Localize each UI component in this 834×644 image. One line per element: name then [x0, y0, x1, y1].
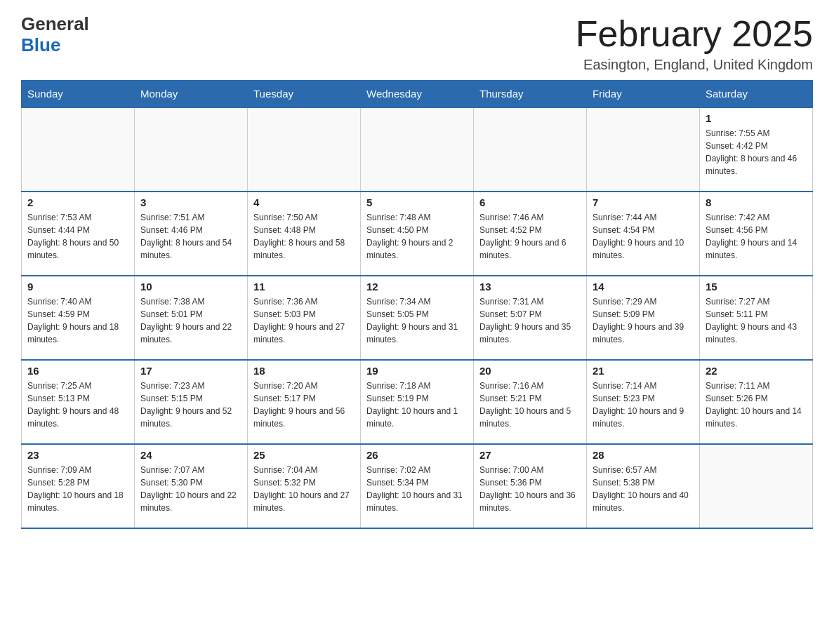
calendar-table: SundayMondayTuesdayWednesdayThursdayFrid… [21, 80, 813, 529]
day-info: Sunrise: 7:25 AMSunset: 5:13 PMDaylight:… [27, 380, 128, 430]
daylight-text: Daylight: 9 hours and 18 minutes. [27, 321, 128, 346]
day-number: 19 [366, 365, 468, 377]
daylight-text: Daylight: 9 hours and 31 minutes. [366, 321, 468, 346]
day-info: Sunrise: 7:48 AMSunset: 4:50 PMDaylight:… [366, 211, 468, 262]
sunrise-text: Sunrise: 7:07 AM [140, 464, 241, 476]
sunrise-text: Sunrise: 7:02 AM [366, 464, 468, 476]
sunrise-text: Sunrise: 7:50 AM [253, 211, 355, 224]
day-number: 3 [140, 196, 241, 208]
day-number: 10 [140, 281, 241, 293]
calendar-cell: 8Sunrise: 7:42 AMSunset: 4:56 PMDaylight… [700, 192, 813, 276]
sunrise-text: Sunrise: 7:14 AM [593, 380, 694, 392]
daylight-text: Daylight: 10 hours and 18 minutes. [27, 489, 128, 514]
sunset-text: Sunset: 4:56 PM [706, 224, 807, 236]
calendar-cell [361, 107, 474, 192]
sunrise-text: Sunrise: 7:09 AM [27, 464, 128, 476]
sunrise-text: Sunrise: 7:27 AM [706, 295, 807, 308]
daylight-text: Daylight: 9 hours and 48 minutes. [27, 405, 128, 430]
weekday-header-wednesday: Wednesday [361, 81, 474, 108]
day-number: 23 [27, 449, 128, 461]
sunrise-text: Sunrise: 7:44 AM [593, 211, 694, 224]
weekday-header-monday: Monday [135, 81, 248, 108]
calendar-cell: 4Sunrise: 7:50 AMSunset: 4:48 PMDaylight… [248, 192, 361, 276]
daylight-text: Daylight: 9 hours and 10 minutes. [593, 236, 694, 262]
day-info: Sunrise: 7:36 AMSunset: 5:03 PMDaylight:… [253, 295, 355, 346]
calendar-cell [22, 107, 135, 192]
month-title: February 2025 [576, 14, 813, 54]
sunset-text: Sunset: 5:17 PM [253, 392, 355, 405]
day-number: 14 [593, 281, 694, 293]
sunset-text: Sunset: 5:34 PM [366, 476, 468, 489]
day-info: Sunrise: 7:18 AMSunset: 5:19 PMDaylight:… [366, 380, 468, 430]
day-info: Sunrise: 7:31 AMSunset: 5:07 PMDaylight:… [479, 295, 581, 346]
sunset-text: Sunset: 5:01 PM [140, 308, 241, 321]
day-number: 4 [253, 196, 355, 208]
calendar-cell: 28Sunrise: 6:57 AMSunset: 5:38 PMDayligh… [587, 444, 700, 528]
daylight-text: Daylight: 9 hours and 56 minutes. [253, 405, 355, 430]
calendar-cell: 23Sunrise: 7:09 AMSunset: 5:28 PMDayligh… [22, 444, 135, 528]
day-info: Sunrise: 7:29 AMSunset: 5:09 PMDaylight:… [593, 295, 694, 346]
day-number: 8 [706, 196, 807, 208]
day-info: Sunrise: 7:20 AMSunset: 5:17 PMDaylight:… [253, 380, 355, 430]
sunrise-text: Sunrise: 7:46 AM [479, 211, 581, 224]
day-info: Sunrise: 7:23 AMSunset: 5:15 PMDaylight:… [140, 380, 241, 430]
calendar-cell: 5Sunrise: 7:48 AMSunset: 4:50 PMDaylight… [361, 192, 474, 276]
daylight-text: Daylight: 8 hours and 46 minutes. [706, 152, 807, 177]
sunset-text: Sunset: 5:30 PM [140, 476, 241, 489]
daylight-text: Daylight: 9 hours and 52 minutes. [140, 405, 241, 430]
sunset-text: Sunset: 5:11 PM [706, 308, 807, 321]
sunset-text: Sunset: 4:59 PM [27, 308, 128, 321]
sunrise-text: Sunrise: 7:55 AM [706, 127, 807, 140]
weekday-header-thursday: Thursday [474, 81, 587, 108]
sunrise-text: Sunrise: 7:11 AM [706, 380, 807, 392]
day-info: Sunrise: 7:00 AMSunset: 5:36 PMDaylight:… [479, 464, 581, 514]
day-number: 15 [706, 281, 807, 293]
sunset-text: Sunset: 5:15 PM [140, 392, 241, 405]
calendar-cell: 17Sunrise: 7:23 AMSunset: 5:15 PMDayligh… [135, 360, 248, 444]
sunrise-text: Sunrise: 7:25 AM [27, 380, 128, 392]
calendar-cell: 9Sunrise: 7:40 AMSunset: 4:59 PMDaylight… [22, 276, 135, 360]
calendar-cell: 18Sunrise: 7:20 AMSunset: 5:17 PMDayligh… [248, 360, 361, 444]
day-number: 21 [593, 365, 694, 377]
weekday-header-row: SundayMondayTuesdayWednesdayThursdayFrid… [22, 81, 813, 108]
logo-blue: Blue [21, 35, 89, 56]
sunset-text: Sunset: 5:28 PM [27, 476, 128, 489]
sunset-text: Sunset: 5:23 PM [593, 392, 694, 405]
day-info: Sunrise: 7:42 AMSunset: 4:56 PMDaylight:… [706, 211, 807, 262]
day-info: Sunrise: 7:46 AMSunset: 4:52 PMDaylight:… [479, 211, 581, 262]
weekday-header-tuesday: Tuesday [248, 81, 361, 108]
daylight-text: Daylight: 9 hours and 43 minutes. [706, 321, 807, 346]
calendar-cell [135, 107, 248, 192]
logo: General Blue [21, 14, 89, 56]
day-info: Sunrise: 7:11 AMSunset: 5:26 PMDaylight:… [706, 380, 807, 430]
sunset-text: Sunset: 5:07 PM [479, 308, 581, 321]
sunrise-text: Sunrise: 7:00 AM [479, 464, 581, 476]
day-number: 2 [27, 196, 128, 208]
calendar-cell: 20Sunrise: 7:16 AMSunset: 5:21 PMDayligh… [474, 360, 587, 444]
day-number: 22 [706, 365, 807, 377]
calendar-cell: 26Sunrise: 7:02 AMSunset: 5:34 PMDayligh… [361, 444, 474, 528]
sunrise-text: Sunrise: 7:16 AM [479, 380, 581, 392]
calendar-cell: 22Sunrise: 7:11 AMSunset: 5:26 PMDayligh… [700, 360, 813, 444]
daylight-text: Daylight: 10 hours and 40 minutes. [593, 489, 694, 514]
daylight-text: Daylight: 9 hours and 39 minutes. [593, 321, 694, 346]
sunset-text: Sunset: 5:13 PM [27, 392, 128, 405]
calendar-cell: 3Sunrise: 7:51 AMSunset: 4:46 PMDaylight… [135, 192, 248, 276]
sunrise-text: Sunrise: 7:53 AM [27, 211, 128, 224]
sunrise-text: Sunrise: 7:20 AM [253, 380, 355, 392]
daylight-text: Daylight: 8 hours and 54 minutes. [140, 236, 241, 262]
sunset-text: Sunset: 4:48 PM [253, 224, 355, 236]
sunset-text: Sunset: 5:21 PM [479, 392, 581, 405]
daylight-text: Daylight: 10 hours and 31 minutes. [366, 489, 468, 514]
day-number: 13 [479, 281, 581, 293]
day-number: 7 [593, 196, 694, 208]
day-number: 5 [366, 196, 468, 208]
day-info: Sunrise: 7:16 AMSunset: 5:21 PMDaylight:… [479, 380, 581, 430]
calendar-cell: 7Sunrise: 7:44 AMSunset: 4:54 PMDaylight… [587, 192, 700, 276]
sunrise-text: Sunrise: 7:18 AM [366, 380, 468, 392]
day-number: 17 [140, 365, 241, 377]
calendar-cell: 1Sunrise: 7:55 AMSunset: 4:42 PMDaylight… [700, 107, 813, 192]
daylight-text: Daylight: 9 hours and 2 minutes. [366, 236, 468, 262]
day-number: 16 [27, 365, 128, 377]
day-number: 11 [253, 281, 355, 293]
